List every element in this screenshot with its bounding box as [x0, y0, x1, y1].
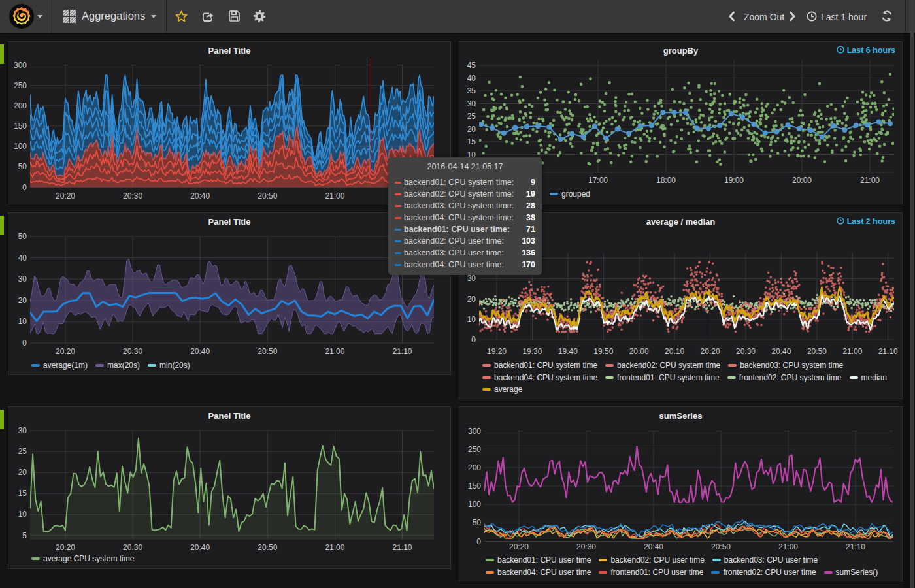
svg-text:30: 30: [18, 274, 27, 284]
svg-text:300: 300: [468, 427, 481, 436]
svg-text:21:00: 21:00: [325, 543, 344, 552]
svg-text:35: 35: [467, 86, 476, 95]
svg-text:40: 40: [18, 253, 27, 263]
svg-text:20: 20: [467, 125, 476, 134]
svg-text:50: 50: [473, 518, 482, 527]
svg-text:18:00: 18:00: [656, 176, 676, 185]
svg-text:21:10: 21:10: [878, 347, 898, 356]
svg-text:45: 45: [467, 61, 476, 70]
svg-text:19:40: 19:40: [558, 347, 578, 356]
svg-text:0: 0: [22, 183, 27, 192]
svg-text:20:20: 20:20: [701, 347, 720, 356]
svg-text:21:00: 21:00: [778, 542, 798, 551]
svg-text:10: 10: [18, 317, 27, 326]
svg-text:200: 200: [468, 463, 481, 472]
svg-text:19:30: 19:30: [522, 347, 542, 356]
svg-text:50: 50: [18, 162, 27, 171]
svg-text:100: 100: [14, 142, 27, 151]
svg-text:19:00: 19:00: [724, 176, 744, 185]
svg-text:21:00: 21:00: [860, 176, 880, 185]
svg-text:20:30: 20:30: [123, 543, 142, 552]
svg-text:20:00: 20:00: [792, 176, 812, 185]
svg-text:15: 15: [467, 137, 476, 146]
svg-text:10: 10: [467, 315, 476, 324]
svg-text:30: 30: [18, 426, 27, 435]
svg-text:20:40: 20:40: [190, 543, 210, 552]
svg-text:17:00: 17:00: [588, 176, 608, 185]
svg-text:10: 10: [18, 510, 27, 519]
svg-text:19:50: 19:50: [593, 347, 613, 356]
svg-text:300: 300: [14, 61, 27, 70]
svg-text:0: 0: [22, 338, 27, 348]
svg-text:15: 15: [18, 489, 27, 498]
svg-text:20:50: 20:50: [258, 543, 277, 552]
svg-text:21:00: 21:00: [842, 347, 862, 356]
svg-text:19:20: 19:20: [487, 347, 507, 356]
svg-text:20:40: 20:40: [190, 347, 210, 356]
svg-text:20:10: 20:10: [665, 347, 684, 356]
svg-text:20:20: 20:20: [56, 191, 75, 201]
svg-text:50: 50: [18, 232, 27, 241]
svg-text:25: 25: [18, 447, 27, 456]
svg-text:21:00: 21:00: [325, 191, 344, 201]
svg-text:20:40: 20:40: [644, 542, 663, 551]
svg-text:20:50: 20:50: [711, 542, 731, 551]
svg-text:20: 20: [18, 468, 27, 477]
svg-text:20:40: 20:40: [190, 191, 210, 201]
svg-text:25: 25: [467, 112, 476, 121]
svg-text:20:20: 20:20: [509, 542, 529, 551]
svg-text:20:30: 20:30: [576, 542, 596, 551]
svg-text:30: 30: [467, 99, 476, 108]
svg-text:21:10: 21:10: [392, 347, 412, 356]
svg-text:30: 30: [467, 274, 476, 283]
svg-text:5: 5: [22, 531, 27, 540]
svg-text:20:00: 20:00: [629, 347, 649, 356]
svg-text:150: 150: [468, 482, 481, 491]
svg-text:40: 40: [467, 74, 476, 83]
svg-text:21:00: 21:00: [325, 347, 344, 356]
svg-text:0: 0: [476, 537, 481, 546]
svg-text:200: 200: [14, 101, 27, 110]
svg-text:20:50: 20:50: [258, 347, 277, 356]
svg-text:21:10: 21:10: [392, 543, 412, 552]
svg-text:20:30: 20:30: [123, 347, 142, 356]
svg-text:21:10: 21:10: [846, 542, 865, 551]
svg-text:0: 0: [471, 335, 476, 344]
svg-text:100: 100: [468, 500, 481, 509]
svg-text:20: 20: [18, 296, 27, 305]
svg-text:150: 150: [14, 122, 27, 131]
svg-text:20:20: 20:20: [56, 347, 75, 356]
svg-text:20:30: 20:30: [736, 347, 756, 356]
svg-text:20:40: 20:40: [771, 347, 791, 356]
svg-text:20:50: 20:50: [807, 347, 827, 356]
svg-text:20: 20: [467, 295, 476, 304]
svg-text:20:20: 20:20: [56, 543, 75, 552]
svg-text:250: 250: [14, 81, 27, 90]
svg-text:20:30: 20:30: [123, 191, 142, 201]
svg-text:250: 250: [468, 445, 481, 454]
svg-text:20:50: 20:50: [258, 191, 277, 201]
